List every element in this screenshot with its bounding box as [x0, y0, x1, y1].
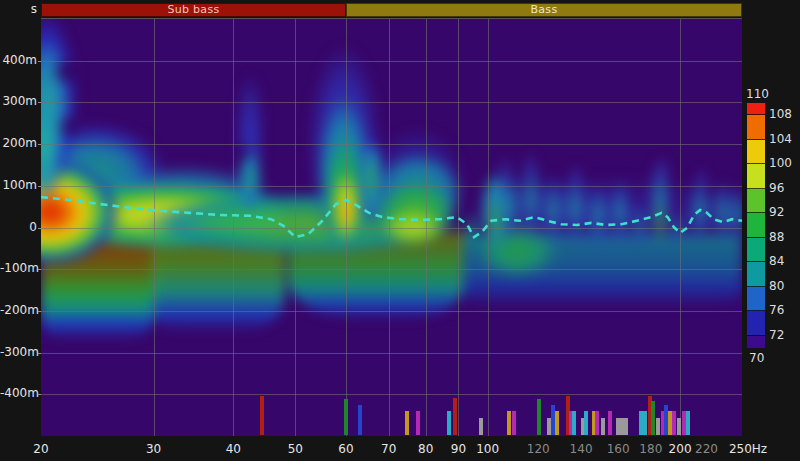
x-tick-label: 20 — [19, 442, 63, 456]
band-header-sub-bass: Sub bass — [41, 3, 346, 17]
legend-tick-label: 96 — [769, 181, 784, 195]
y-tick-mark — [38, 228, 41, 229]
legend-segment — [747, 115, 765, 140]
y-tick-mark — [38, 394, 41, 395]
y-tick-mark — [38, 144, 41, 145]
y-tick-label: 400m — [0, 53, 37, 67]
x-tick-label: 120 — [516, 442, 560, 456]
x-tick-label: 40 — [211, 442, 255, 456]
legend-tick-label: 108 — [769, 107, 792, 121]
y-tick-label: -200m — [0, 303, 37, 317]
y-tick-label: 300m — [0, 94, 37, 108]
spectrogram-window: Sub bassBass s 400m300m200m100m0-100m-20… — [0, 0, 800, 461]
legend-max-label: 110 — [746, 87, 769, 101]
y-tick-label: -300m — [0, 345, 37, 359]
y-tick-label: 200m — [0, 136, 37, 150]
x-tick-label: 60 — [324, 442, 368, 456]
x-tick-label: 220 — [685, 442, 729, 456]
legend-tick-label: 72 — [769, 328, 784, 342]
legend-tick-label: 88 — [769, 230, 784, 244]
legend-segment — [747, 164, 765, 189]
y-axis-unit-label: s — [0, 2, 37, 16]
y-tick-mark — [38, 269, 41, 270]
x-tick-label: 100 — [466, 442, 510, 456]
y-tick-label: -400m — [0, 386, 37, 400]
legend-tick-label: 84 — [769, 254, 784, 268]
y-tick-mark — [38, 186, 41, 187]
peak-energy-polyline — [41, 197, 742, 237]
legend-tick-label: 80 — [769, 279, 784, 293]
y-tick-mark — [38, 102, 41, 103]
legend-segment — [747, 189, 765, 214]
x-tick-label: 250Hz — [726, 442, 770, 456]
legend-segment — [747, 238, 765, 263]
legend-segment — [747, 103, 765, 115]
legend-segment — [747, 262, 765, 287]
x-tick-label: 50 — [273, 442, 317, 456]
band-header-bass: Bass — [346, 3, 742, 17]
legend-tick-label: 76 — [769, 303, 784, 317]
legend-segment — [747, 336, 765, 348]
legend-segment — [747, 140, 765, 165]
legend-min-label: 70 — [749, 351, 764, 365]
spectrogram-plot-canvas[interactable] — [41, 19, 742, 436]
legend-segment — [747, 311, 765, 336]
peak-energy-line — [41, 19, 742, 436]
legend-tick-label: 100 — [769, 156, 792, 170]
legend-tick-label: 92 — [769, 205, 784, 219]
x-tick-label: 30 — [132, 442, 176, 456]
legend-color-bar — [747, 103, 765, 348]
y-tick-mark — [38, 311, 41, 312]
legend-segment — [747, 287, 765, 312]
y-tick-label: -100m — [0, 261, 37, 275]
legend-tick-label: 104 — [769, 132, 792, 146]
y-tick-label: 100m — [0, 178, 37, 192]
y-tick-mark — [38, 61, 41, 62]
legend-segment — [747, 213, 765, 238]
y-tick-mark — [38, 353, 41, 354]
y-tick-label: 0 — [0, 220, 37, 234]
